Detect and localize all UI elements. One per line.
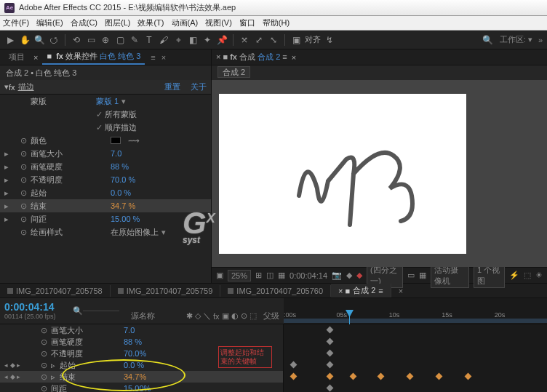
switch-icon[interactable]: ⊙ [241,311,247,321]
work-area[interactable] [327,350,334,357]
selection-tool-icon[interactable]: ▶ [4,34,16,46]
brush-hard-value[interactable]: 88 % [111,162,129,171]
switch-icon[interactable]: ⬚ [249,311,257,321]
snap-label[interactable]: 对齐 [305,34,321,45]
opacity-value[interactable]: 70.0 % [111,175,135,184]
tab-close-icon[interactable]: × [292,53,296,62]
stopwatch-icon[interactable]: ⊙ [20,188,31,198]
tl-opacity-value[interactable]: 70.0% [124,349,146,358]
timeline-tab[interactable]: IMG_20170407_205759 [111,285,221,297]
keyframe[interactable] [327,385,334,392]
tab-menu-icon[interactable]: ≡ [151,53,155,62]
transparency-icon[interactable]: ▦ [419,271,426,280]
stopwatch-active-icon[interactable]: ⊙ [41,372,51,382]
work-area-start[interactable] [327,327,334,334]
tab-close-icon[interactable]: × [391,285,410,297]
tab-project[interactable]: 项目 [4,50,29,64]
stopwatch-icon[interactable]: ⊙ [20,149,31,159]
menu-effect[interactable]: 效果(T) [137,17,164,28]
keyframe-selected[interactable] [327,373,334,380]
stopwatch-icon[interactable]: ⊙ [41,384,51,393]
switch-icon[interactable]: ＼ [203,311,211,321]
shape-tool-icon[interactable]: ▢ [114,34,126,46]
stopwatch-icon[interactable]: ⊙ [20,136,31,145]
current-timecode[interactable]: 0:00:04:14 [4,301,68,313]
channel-icon[interactable]: ◆ [346,271,352,280]
menu-window[interactable]: 窗口 [239,17,255,28]
keyframe-selected[interactable] [407,373,414,380]
stopwatch-active-icon[interactable]: ⊙ [41,361,51,370]
viewer-tab[interactable]: × ■ fx 合成 合成 2 ≡ [216,52,287,63]
menu-help[interactable]: 帮助(H) [263,17,290,28]
col-parent-header[interactable]: 父级 [263,311,279,321]
keyframe-selected[interactable] [378,373,385,380]
stopwatch-icon[interactable]: ⊙ [20,228,31,237]
tl-brush-size-value[interactable]: 7.0 [124,326,135,335]
switch-icon[interactable]: ◇ [195,311,201,321]
keyframe-selected[interactable] [436,373,443,380]
stopwatch-icon[interactable]: ⊙ [41,337,51,347]
zoom-tool-icon[interactable]: 🔍 [33,34,45,46]
axis-world-icon[interactable]: ⤢ [253,34,265,46]
search-icon[interactable]: 🔍 [482,34,494,46]
channel2-icon[interactable]: ◆ [356,271,362,280]
workspace-menu-icon[interactable]: » [538,36,543,44]
fast-preview-icon[interactable]: ⚡ [509,271,519,280]
switch-icon[interactable]: fx [213,312,220,321]
axis-view-icon[interactable]: ⤡ [268,34,279,46]
col-src-header[interactable]: 源名称 [131,311,155,321]
spacing-value[interactable]: 15.00 % [111,215,140,223]
timeline-tab-active[interactable]: × ■ 合成 2 ≡ [331,284,391,297]
keyframe[interactable] [290,361,298,369]
keyframe-selected[interactable] [465,373,472,380]
camera-tool-icon[interactable]: ▭ [85,34,97,46]
tl-start-value[interactable]: 0.0 % [124,361,144,369]
keyframe-nav[interactable]: ◂ ◆ ▸ [4,373,41,380]
res-icon[interactable]: ⊞ [255,271,262,280]
menu-animation[interactable]: 动画(A) [172,17,199,28]
puppet-tool-icon[interactable]: 📌 [216,34,228,46]
exposure-icon[interactable]: ☀ [535,271,543,280]
seq-stroke-checkbox[interactable]: ✓ [96,123,105,132]
hand-tool-icon[interactable]: ✋ [19,34,31,46]
roto-tool-icon[interactable]: ✦ [201,34,213,46]
switch-icon[interactable]: ✱ [186,311,193,321]
effect-reset[interactable]: 重置 [164,81,180,92]
mask-toggle-icon[interactable]: ▣ [216,271,223,280]
type-tool-icon[interactable]: T [143,34,155,46]
tl-brush-hard-value[interactable]: 88 % [124,337,142,346]
menu-composition[interactable]: 合成(C) [71,17,97,28]
expand-icon[interactable]: ▸ [4,201,12,211]
viewer-timecode[interactable]: 0:00:04:14 [290,271,327,280]
menu-view[interactable]: 视图(V) [205,17,232,28]
snap-opt-icon[interactable]: ↯ [324,34,335,46]
time-ruler[interactable]: :00s 05s 10s 15s 20s [284,298,547,324]
clone-tool-icon[interactable]: ⌖ [172,34,184,46]
work-area[interactable] [327,338,334,345]
eraser-tool-icon[interactable]: ◧ [187,34,199,46]
tab-effect-controls[interactable]: ■ fx 效果控件 白色 纯色 3 [42,49,145,65]
grid-icon[interactable]: ▦ [278,271,285,280]
paint-style-value[interactable]: 在原始图像上 [111,227,159,238]
guide-icon[interactable]: ◫ [266,271,274,280]
stopwatch-icon[interactable]: ⊙ [41,349,51,359]
keyframe-selected[interactable] [350,373,357,380]
switch-icon[interactable]: ◐ [231,311,239,321]
stopwatch-icon[interactable]: ⊙ [20,201,31,211]
timeline-tab[interactable]: IMG_20170407_205758 [0,285,111,297]
timeline-tab[interactable]: IMG_20170407_205760 [220,285,331,297]
zoom-dropdown[interactable]: 25% [228,270,251,281]
expand-icon[interactable]: ▸ [4,149,12,159]
brush-tool-icon[interactable]: 🖌 [158,34,169,46]
expand-icon[interactable]: ▸ [4,175,12,185]
tl-end-value[interactable]: 34.7% [124,372,146,381]
stopwatch-icon[interactable]: ⊙ [41,326,51,335]
snapshot-icon[interactable]: 📷 [332,271,342,280]
expand-icon[interactable]: ▸ [4,162,12,172]
anchor-tool-icon[interactable]: ⊕ [100,34,111,46]
all-masks-checkbox[interactable]: ✓ [96,110,105,119]
effect-about[interactable]: 关于 [191,81,207,92]
workspace-dropdown[interactable]: 工作区: ▾ [500,34,532,45]
dropdown-icon[interactable]: ▾ [161,228,166,237]
eyedropper-icon[interactable]: ⟿ [128,136,140,145]
